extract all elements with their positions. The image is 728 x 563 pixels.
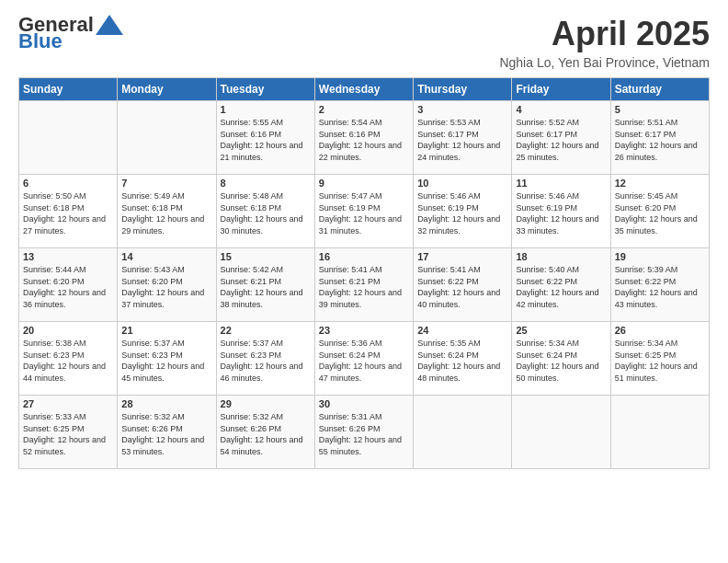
- day-info: Sunrise: 5:54 AM Sunset: 6:16 PM Dayligh…: [319, 117, 409, 163]
- day-info: Sunrise: 5:40 AM Sunset: 6:22 PM Dayligh…: [516, 264, 606, 310]
- day-info: Sunrise: 5:46 AM Sunset: 6:19 PM Dayligh…: [417, 190, 507, 236]
- day-number: 1: [221, 104, 311, 115]
- day-number: 18: [516, 251, 606, 262]
- day-info: Sunrise: 5:41 AM Sunset: 6:22 PM Dayligh…: [417, 264, 507, 310]
- col-header-sunday: Sunday: [19, 78, 118, 101]
- day-number: 26: [615, 325, 705, 336]
- calendar-cell: 7Sunrise: 5:49 AM Sunset: 6:18 PM Daylig…: [118, 175, 216, 248]
- calendar-cell: 29Sunrise: 5:32 AM Sunset: 6:26 PM Dayli…: [216, 396, 314, 469]
- day-number: 15: [221, 251, 311, 262]
- day-number: 19: [615, 251, 705, 262]
- day-number: 20: [23, 325, 113, 336]
- calendar-week-3: 13Sunrise: 5:44 AM Sunset: 6:20 PM Dayli…: [19, 248, 710, 322]
- day-number: 2: [319, 104, 409, 115]
- day-number: 11: [516, 178, 606, 189]
- calendar-subtitle: Nghia Lo, Yen Bai Province, Vietnam: [499, 55, 710, 70]
- calendar-table: SundayMondayTuesdayWednesdayThursdayFrid…: [18, 77, 710, 469]
- calendar-cell: 5Sunrise: 5:51 AM Sunset: 6:17 PM Daylig…: [610, 101, 709, 175]
- day-number: 24: [417, 325, 507, 336]
- day-info: Sunrise: 5:52 AM Sunset: 6:17 PM Dayligh…: [516, 117, 606, 163]
- calendar-cell: 20Sunrise: 5:38 AM Sunset: 6:23 PM Dayli…: [19, 322, 118, 396]
- calendar-cell: [414, 396, 512, 469]
- calendar-cell: 21Sunrise: 5:37 AM Sunset: 6:23 PM Dayli…: [118, 322, 216, 396]
- day-info: Sunrise: 5:37 AM Sunset: 6:23 PM Dayligh…: [121, 338, 211, 384]
- calendar-cell: 16Sunrise: 5:41 AM Sunset: 6:21 PM Dayli…: [314, 248, 413, 322]
- title-block: April 2025 Nghia Lo, Yen Bai Province, V…: [499, 15, 710, 70]
- calendar-cell: 14Sunrise: 5:43 AM Sunset: 6:20 PM Dayli…: [118, 248, 216, 322]
- day-info: Sunrise: 5:48 AM Sunset: 6:18 PM Dayligh…: [221, 190, 311, 236]
- day-number: 14: [121, 251, 211, 262]
- calendar-cell: 15Sunrise: 5:42 AM Sunset: 6:21 PM Dayli…: [216, 248, 314, 322]
- calendar-cell: 1Sunrise: 5:55 AM Sunset: 6:16 PM Daylig…: [216, 101, 314, 175]
- day-info: Sunrise: 5:31 AM Sunset: 6:26 PM Dayligh…: [319, 411, 409, 457]
- col-header-wednesday: Wednesday: [314, 78, 413, 101]
- logo: General Blue: [18, 15, 123, 52]
- day-info: Sunrise: 5:43 AM Sunset: 6:20 PM Dayligh…: [121, 264, 211, 310]
- day-info: Sunrise: 5:37 AM Sunset: 6:23 PM Dayligh…: [221, 338, 311, 384]
- day-number: 4: [516, 104, 606, 115]
- calendar-week-4: 20Sunrise: 5:38 AM Sunset: 6:23 PM Dayli…: [19, 322, 710, 396]
- day-info: Sunrise: 5:32 AM Sunset: 6:26 PM Dayligh…: [121, 411, 211, 457]
- calendar-week-5: 27Sunrise: 5:33 AM Sunset: 6:25 PM Dayli…: [19, 396, 710, 469]
- day-info: Sunrise: 5:44 AM Sunset: 6:20 PM Dayligh…: [23, 264, 113, 310]
- day-number: 10: [417, 178, 507, 189]
- day-number: 13: [23, 251, 113, 262]
- calendar-cell: 28Sunrise: 5:32 AM Sunset: 6:26 PM Dayli…: [118, 396, 216, 469]
- calendar-cell: 22Sunrise: 5:37 AM Sunset: 6:23 PM Dayli…: [216, 322, 314, 396]
- day-info: Sunrise: 5:32 AM Sunset: 6:26 PM Dayligh…: [221, 411, 311, 457]
- day-info: Sunrise: 5:35 AM Sunset: 6:24 PM Dayligh…: [417, 338, 507, 384]
- day-number: 22: [221, 325, 311, 336]
- logo-blue: Blue: [18, 31, 63, 52]
- day-number: 27: [23, 398, 113, 409]
- calendar-cell: [19, 101, 118, 175]
- calendar-cell: 23Sunrise: 5:36 AM Sunset: 6:24 PM Dayli…: [314, 322, 413, 396]
- day-info: Sunrise: 5:46 AM Sunset: 6:19 PM Dayligh…: [516, 190, 606, 236]
- day-info: Sunrise: 5:34 AM Sunset: 6:25 PM Dayligh…: [615, 338, 705, 384]
- calendar-cell: 25Sunrise: 5:34 AM Sunset: 6:24 PM Dayli…: [512, 322, 610, 396]
- col-header-friday: Friday: [512, 78, 610, 101]
- day-info: Sunrise: 5:47 AM Sunset: 6:19 PM Dayligh…: [319, 190, 409, 236]
- day-number: 5: [615, 104, 705, 115]
- calendar-week-1: 1Sunrise: 5:55 AM Sunset: 6:16 PM Daylig…: [19, 101, 710, 175]
- day-number: 6: [23, 178, 113, 189]
- calendar-cell: 18Sunrise: 5:40 AM Sunset: 6:22 PM Dayli…: [512, 248, 610, 322]
- col-header-thursday: Thursday: [414, 78, 512, 101]
- calendar-cell: 8Sunrise: 5:48 AM Sunset: 6:18 PM Daylig…: [216, 175, 314, 248]
- calendar-cell: [610, 396, 709, 469]
- calendar-cell: 26Sunrise: 5:34 AM Sunset: 6:25 PM Dayli…: [610, 322, 709, 396]
- day-info: Sunrise: 5:38 AM Sunset: 6:23 PM Dayligh…: [23, 338, 113, 384]
- day-number: 29: [221, 398, 311, 409]
- day-info: Sunrise: 5:45 AM Sunset: 6:20 PM Dayligh…: [615, 190, 705, 236]
- day-number: 9: [319, 178, 409, 189]
- calendar-cell: 24Sunrise: 5:35 AM Sunset: 6:24 PM Dayli…: [414, 322, 512, 396]
- day-info: Sunrise: 5:34 AM Sunset: 6:24 PM Dayligh…: [516, 338, 606, 384]
- day-info: Sunrise: 5:41 AM Sunset: 6:21 PM Dayligh…: [319, 264, 409, 310]
- calendar-cell: 3Sunrise: 5:53 AM Sunset: 6:17 PM Daylig…: [414, 101, 512, 175]
- calendar-cell: 10Sunrise: 5:46 AM Sunset: 6:19 PM Dayli…: [414, 175, 512, 248]
- calendar-cell: 9Sunrise: 5:47 AM Sunset: 6:19 PM Daylig…: [314, 175, 413, 248]
- day-info: Sunrise: 5:49 AM Sunset: 6:18 PM Dayligh…: [121, 190, 211, 236]
- logo-icon: [96, 15, 123, 35]
- calendar-cell: 4Sunrise: 5:52 AM Sunset: 6:17 PM Daylig…: [512, 101, 610, 175]
- calendar-cell: 13Sunrise: 5:44 AM Sunset: 6:20 PM Dayli…: [19, 248, 118, 322]
- day-number: 8: [221, 178, 311, 189]
- calendar-cell: 6Sunrise: 5:50 AM Sunset: 6:18 PM Daylig…: [19, 175, 118, 248]
- calendar-cell: 30Sunrise: 5:31 AM Sunset: 6:26 PM Dayli…: [314, 396, 413, 469]
- calendar-cell: 11Sunrise: 5:46 AM Sunset: 6:19 PM Dayli…: [512, 175, 610, 248]
- day-info: Sunrise: 5:33 AM Sunset: 6:25 PM Dayligh…: [23, 411, 113, 457]
- calendar-header-row: SundayMondayTuesdayWednesdayThursdayFrid…: [19, 78, 710, 101]
- calendar-week-2: 6Sunrise: 5:50 AM Sunset: 6:18 PM Daylig…: [19, 175, 710, 248]
- day-number: 17: [417, 251, 507, 262]
- calendar-body: 1Sunrise: 5:55 AM Sunset: 6:16 PM Daylig…: [19, 101, 710, 469]
- svg-marker-0: [96, 15, 123, 35]
- page-header: General Blue April 2025 Nghia Lo, Yen Ba…: [18, 15, 710, 70]
- day-info: Sunrise: 5:55 AM Sunset: 6:16 PM Dayligh…: [221, 117, 311, 163]
- calendar-cell: 12Sunrise: 5:45 AM Sunset: 6:20 PM Dayli…: [610, 175, 709, 248]
- day-info: Sunrise: 5:51 AM Sunset: 6:17 PM Dayligh…: [615, 117, 705, 163]
- calendar-cell: 19Sunrise: 5:39 AM Sunset: 6:22 PM Dayli…: [610, 248, 709, 322]
- day-number: 12: [615, 178, 705, 189]
- calendar-cell: [118, 101, 216, 175]
- day-info: Sunrise: 5:39 AM Sunset: 6:22 PM Dayligh…: [615, 264, 705, 310]
- day-info: Sunrise: 5:42 AM Sunset: 6:21 PM Dayligh…: [221, 264, 311, 310]
- col-header-tuesday: Tuesday: [216, 78, 314, 101]
